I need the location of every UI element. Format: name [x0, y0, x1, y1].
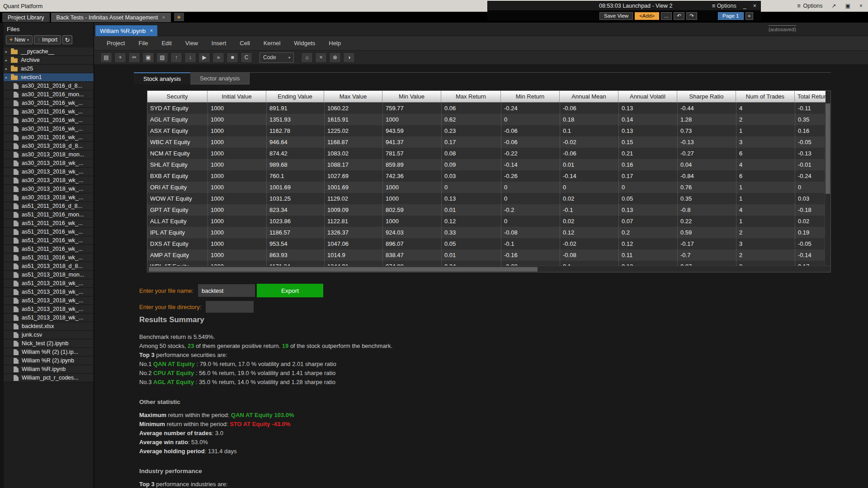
minimize-icon[interactable]: _ [743, 3, 746, 9]
close-notebook-button[interactable]: × [315, 52, 327, 63]
tree-file-as51-2011-2016-wk[interactable]: as51_2011_2016_wk_... [4, 253, 94, 262]
tree-file-as51-2011-2016-wk[interactable]: as51_2011_2016_wk_... [4, 245, 94, 253]
refresh-button[interactable]: ↻ [62, 35, 72, 44]
tree-file-as51-2013-2018-wk[interactable]: as51_2013_2018_wk_... [4, 296, 94, 305]
tree-file-as51-2013-2018-d-8[interactable]: as51_2013_2018_d_8... [4, 262, 94, 271]
tab-project-library[interactable]: Project Library [2, 13, 50, 22]
tree-file-as51-2011-2016-wk[interactable]: as51_2011_2016_wk_... [4, 236, 94, 245]
menu-widgets[interactable]: Widgets [294, 40, 315, 47]
tree-file-as30-2011-2016-wk[interactable]: as30_2011_2016_wk_... [4, 99, 94, 108]
menu-file[interactable]: File [138, 40, 148, 47]
column-header-sharpe-ratio[interactable]: Sharpe Ratio [677, 91, 736, 103]
undo-icon[interactable]: ↶ [674, 12, 684, 20]
page-1-button[interactable]: Page 1 [718, 12, 743, 20]
tree-file-as51-2013-2018-wk[interactable]: as51_2013_2018_wk_... [4, 279, 94, 288]
menu-view[interactable]: View [185, 40, 198, 47]
tree-file-junk-csv[interactable]: junk.csv [4, 331, 94, 339]
tab-back-tests[interactable]: Back Tests - Infinitas Asset Management … [51, 13, 171, 22]
table-row[interactable]: SHL AT Equity1000989.681088.17859.890.09… [147, 159, 826, 170]
column-header-initial-value[interactable]: Initial Value [208, 91, 266, 103]
tree-file-as30-2013-2018-wk[interactable]: as30_2013_2018_wk_... [4, 185, 94, 193]
tree-folder-section1[interactable]: ▸section1 [4, 73, 94, 82]
run-cell-button[interactable]: ▶ [198, 52, 210, 63]
popout-icon[interactable]: ↗ [832, 3, 836, 9]
table-row[interactable]: SYD AT Equity1000891.911060.22759.770.06… [147, 103, 826, 114]
tree-file-as51-2011-2016-wk[interactable]: as51_2011_2016_wk_... [4, 219, 94, 228]
theme-toggle-button[interactable]: ◑ [343, 52, 355, 63]
add-view-button[interactable]: <Add> [635, 12, 659, 20]
move-up-button[interactable]: ↑ [170, 52, 182, 63]
tree-file-as51-2013-2018-wk[interactable]: as51_2013_2018_wk_... [4, 314, 94, 322]
tree-file-as30-2013-2018-mon[interactable]: as30_2013_2018_mon... [4, 150, 94, 159]
tree-file-as30-2011-2016-wk[interactable]: as30_2011_2016_wk_... [4, 125, 94, 133]
table-row[interactable]: ORI AT Equity10001001.691001.69100000000… [147, 182, 826, 193]
tree-file-as30-2013-2018-d-8[interactable]: as30_2013_2018_d_8... [4, 142, 94, 150]
tab-william-r-ipynb[interactable]: William %R.ipynb × [95, 25, 157, 36]
column-header-total-return[interactable]: Total Return [795, 91, 826, 103]
table-row[interactable]: ASX AT Equity10001162.781225.02943.590.2… [147, 125, 826, 136]
home-button[interactable]: ⌂ [301, 52, 313, 63]
options-menu[interactable]: ≡ Options [712, 3, 736, 9]
table-row[interactable]: BXB AT Equity1000760.11027.69742.360.03-… [147, 170, 826, 182]
tree-file-as51-2013-2018-mon[interactable]: as51_2013_2018_mon... [4, 271, 94, 279]
tree-file-as30-2013-2018-wk[interactable]: as30_2013_2018_wk_... [4, 168, 94, 176]
table-row[interactable]: AMP AT Equity1000863.931014.9838.470.01-… [147, 249, 826, 261]
tree-file-william-r-2-ipynb[interactable]: William %R (2).ipynb [4, 357, 94, 365]
tree-file-as30-2011-2016-mon[interactable]: as30_2011_2016_mon... [4, 90, 94, 99]
file-name-input[interactable] [198, 284, 255, 297]
column-header-security[interactable]: Security [147, 91, 208, 103]
tree-file-as30-2011-2016-d-8[interactable]: as30_2011_2016_d_8... [4, 82, 94, 90]
table-row[interactable]: NCM AT Equity1000874.421083.02781.570.08… [147, 148, 826, 159]
menu-project[interactable]: Project [107, 40, 125, 47]
column-header-ending-value[interactable]: Ending Value [266, 91, 324, 103]
restart-kernel-button[interactable]: C [241, 52, 252, 63]
save-view-button[interactable]: Save View [599, 12, 633, 20]
stop-kernel-button[interactable]: ■ [226, 52, 238, 63]
run-all-button[interactable]: » [212, 52, 224, 63]
close-icon[interactable]: × [753, 3, 756, 9]
cell-type-select[interactable]: Code ▾ [259, 52, 294, 63]
add-page-button[interactable]: + [745, 12, 753, 20]
menu-kernel[interactable]: Kernel [264, 40, 281, 47]
file-directory-input[interactable] [206, 301, 254, 313]
close-icon[interactable]: × [859, 3, 863, 9]
column-header-max-return[interactable]: Max Return [441, 91, 501, 103]
tab-sector-analysis[interactable]: Sector analysis [190, 72, 250, 84]
add-cell-button[interactable]: + [114, 52, 126, 63]
tree-file-william-r-ipynb[interactable]: William %R.ipynb [4, 365, 94, 374]
cut-cell-button[interactable]: ✂ [128, 52, 140, 63]
horizontal-scrollbar[interactable] [147, 266, 830, 272]
export-button[interactable]: Export [257, 284, 323, 297]
table-row[interactable]: AGL AT Equity10001351.931615.9110000.620… [147, 114, 826, 125]
redo-icon[interactable]: ↷ [686, 12, 697, 20]
table-row[interactable]: WOW AT Equity10001031.251129.0210000.130… [147, 193, 826, 204]
new-button[interactable]: + New ▾ [6, 35, 33, 44]
tree-folder-archive[interactable]: ▸Archive [4, 56, 94, 65]
close-icon[interactable]: × [162, 14, 165, 21]
tree-file-as30-2011-2016-wk[interactable]: as30_2011_2016_wk_... [4, 116, 94, 125]
more-button[interactable]: ... [661, 12, 672, 20]
paste-cell-button[interactable]: ▧ [156, 52, 168, 63]
table-row[interactable]: GPT AT Equity1000823.341009.09802.590.01… [147, 204, 826, 216]
scrollbar-thumb[interactable] [149, 267, 538, 272]
menu-help[interactable]: Help [329, 40, 341, 47]
tree-file-as30-2011-2016-wk[interactable]: as30_2011_2016_wk_... [4, 108, 94, 116]
tree-file-as51-2013-2018-wk[interactable]: as51_2013_2018_wk_... [4, 288, 94, 296]
tree-file-as51-2013-2018-wk[interactable]: as51_2013_2018_wk_... [4, 305, 94, 314]
menu-cell[interactable]: Cell [240, 40, 250, 47]
table-row[interactable]: WBC AT Equity1000946.641168.87941.370.17… [147, 136, 826, 148]
table-row[interactable]: DXS AT Equity1000953.541047.06896.070.05… [147, 238, 826, 249]
move-down-button[interactable]: ↓ [184, 52, 196, 63]
close-icon[interactable]: × [150, 28, 153, 34]
tree-file-as30-2013-2018-wk[interactable]: as30_2013_2018_wk_... [4, 176, 94, 185]
tree-file-william-r-2-1-ip[interactable]: William %R (2) (1).ip... [4, 348, 94, 357]
menu-edit[interactable]: Edit [161, 40, 171, 47]
save-button[interactable]: ▤ [100, 52, 112, 63]
column-header-annual-mean[interactable]: Annual Mean [560, 91, 618, 103]
column-header-min-value[interactable]: Min Value [382, 91, 441, 103]
tree-file-as30-2013-2018-wk[interactable]: as30_2013_2018_wk_... [4, 193, 94, 202]
tree-file-as30-2013-2018-wk[interactable]: as30_2013_2018_wk_... [4, 159, 94, 168]
table-row[interactable]: ALL AT Equity10001023.861122.8110000.120… [147, 216, 826, 227]
options-menu[interactable]: ≡ Options [797, 3, 822, 9]
tree-file-as51-2011-2016-wk[interactable]: as51_2011_2016_wk_... [4, 228, 94, 236]
